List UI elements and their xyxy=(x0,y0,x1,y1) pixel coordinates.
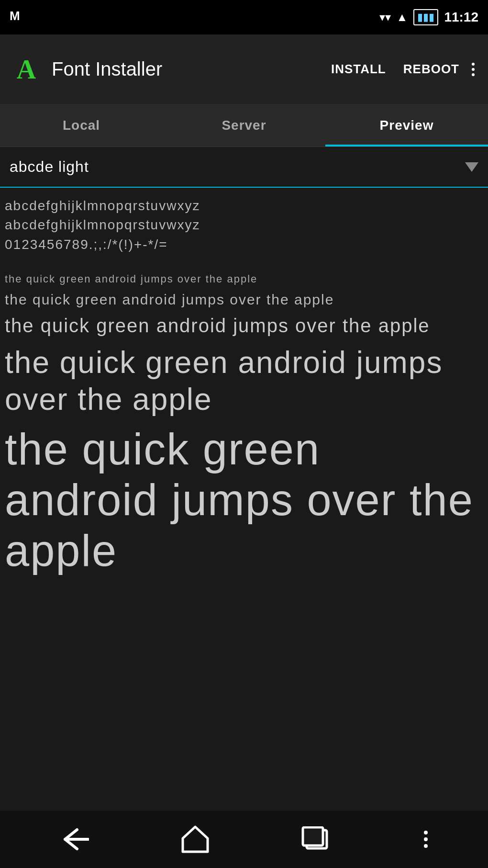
nav-dot-2 xyxy=(424,837,428,841)
battery-icon: ▮▮▮ xyxy=(413,9,438,25)
back-icon xyxy=(60,827,89,851)
overflow-menu-button[interactable] xyxy=(468,58,478,81)
search-area xyxy=(0,147,488,188)
recents-icon xyxy=(301,826,332,853)
sentence-preview-md: the quick green android jumps over the a… xyxy=(5,314,483,338)
reboot-button[interactable]: REBOOT xyxy=(395,57,468,81)
nav-recents-button[interactable] xyxy=(296,822,337,857)
sentence-preview-xl: the quick green android jumps over the a… xyxy=(5,424,483,576)
svg-rect-3 xyxy=(303,827,323,845)
home-icon xyxy=(181,825,210,854)
app-icon: A xyxy=(10,53,43,86)
gmail-icon: M xyxy=(10,9,20,23)
nav-bar xyxy=(0,811,488,868)
sentence-preview-sm: the quick green android jumps over the a… xyxy=(5,290,483,309)
charset-uppercase: abcdefghijklmnopqrstuvwxyz xyxy=(5,216,483,234)
nav-dot-3 xyxy=(424,844,428,848)
svg-marker-1 xyxy=(183,827,208,852)
app-icon-letter: A xyxy=(17,56,36,83)
sentence-preview-lg: the quick green android jumps over the a… xyxy=(5,344,483,418)
sentence-preview-xs: the quick green android jumps over the a… xyxy=(5,272,483,286)
charset-numbers: 0123456789.;,:/*(!)+-*/= xyxy=(5,236,483,253)
install-button[interactable]: INSTALL xyxy=(322,57,395,81)
nav-home-button[interactable] xyxy=(176,820,214,858)
dropdown-arrow-icon[interactable] xyxy=(465,162,478,172)
charset-lowercase: abcdefghijklmnopqrstuvwxyz xyxy=(5,197,483,214)
nav-back-button[interactable] xyxy=(55,823,94,856)
status-time: 11:12 xyxy=(444,10,478,25)
status-bar: M ▾▾ ▲ ▮▮▮ 11:12 xyxy=(0,0,488,34)
preview-text-input[interactable] xyxy=(5,157,465,177)
tab-preview[interactable]: Preview xyxy=(325,104,488,147)
nav-dot-1 xyxy=(424,831,428,834)
tab-local[interactable]: Local xyxy=(0,104,163,147)
tabs: Local Server Preview xyxy=(0,104,488,147)
wifi-icon: ▾▾ xyxy=(379,11,391,24)
tab-server[interactable]: Server xyxy=(163,104,325,147)
nav-overflow-button[interactable] xyxy=(419,826,433,853)
preview-area: abcdefghijklmnopqrstuvwxyz abcdefghijklm… xyxy=(0,188,488,586)
app-title: Font Installer xyxy=(52,58,322,80)
signal-icon: ▲ xyxy=(397,11,408,24)
app-bar: A Font Installer INSTALL REBOOT xyxy=(0,34,488,104)
